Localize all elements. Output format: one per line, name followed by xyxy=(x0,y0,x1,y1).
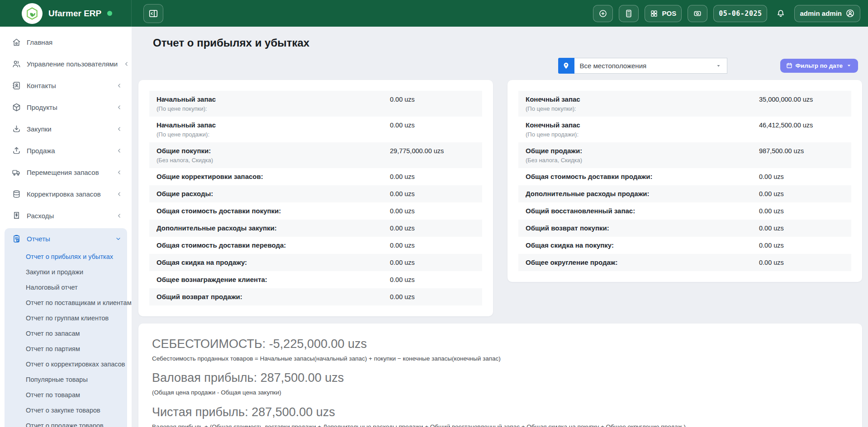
chevron-left-icon xyxy=(116,147,123,154)
sidebar-item[interactable]: Перемещения запасов xyxy=(0,161,132,183)
chevron-left-icon xyxy=(116,191,123,197)
report-row: Общий восстановленный запас:0.00 uzs xyxy=(518,202,851,220)
sidebar-item-reports[interactable]: Отчеты xyxy=(5,228,127,249)
report-row-value: 987,500.00 uzs xyxy=(759,147,848,164)
sidebar-item-label: Продукты xyxy=(27,103,57,111)
calculator-icon xyxy=(624,9,633,18)
report-row: Общее округление продаж:0.00 uzs xyxy=(518,254,851,271)
sidebar-item[interactable]: Контакты xyxy=(0,75,132,96)
date-filter-button[interactable]: Фильтр по дате xyxy=(780,59,858,73)
notifications-button[interactable] xyxy=(773,5,788,22)
sidebar-subitem[interactable]: Отчет о закупке товаров xyxy=(5,403,127,418)
page-title: Отчет о прибылях и убытках xyxy=(153,37,862,49)
sidebar-subitem[interactable]: Отчет о продаже товаров xyxy=(5,418,127,427)
chevron-left-icon xyxy=(116,169,123,176)
pos-button[interactable]: POS xyxy=(645,5,682,22)
sidebar-subitem[interactable]: Отчет о прибылях и убытках xyxy=(5,249,127,264)
quick-add-button[interactable] xyxy=(593,5,613,22)
sidebar-subitem[interactable]: Отчет по запасам xyxy=(5,326,127,341)
purchase-side-card: Начальный запас(По цене покупки):0.00 uz… xyxy=(138,80,493,316)
report-row-value: 0.00 uzs xyxy=(759,207,848,215)
user-menu-button[interactable]: admin admin xyxy=(794,5,860,22)
report-row-label: Конечный запас(По цене покупки): xyxy=(526,95,759,112)
sidebar-item[interactable]: Главная xyxy=(0,31,132,53)
chevron-down-icon xyxy=(115,235,122,242)
report-row: Общие корректировки запасов:0.00 uzs xyxy=(149,168,482,185)
report-row-value: 0.00 uzs xyxy=(759,241,848,249)
date-display[interactable]: 05-06-2025 xyxy=(713,5,767,22)
sidebar-item[interactable]: Корректировка запасов xyxy=(0,183,132,205)
sidebar-item[interactable]: Продукты xyxy=(0,96,132,118)
report-row: Общая стоимость доставки покупки:0.00 uz… xyxy=(149,202,482,220)
sidebar-item[interactable]: Закупки xyxy=(0,118,132,140)
sidebar: ГлавнаяУправление пользователямиКонтакты… xyxy=(0,27,132,427)
sidebar-subitem[interactable]: Отчет по поставщикам и клиентам xyxy=(5,295,127,310)
sidebar-item-label: Главная xyxy=(27,38,52,46)
report-row-value: 0.00 uzs xyxy=(390,258,479,267)
plus-circle-icon xyxy=(598,9,607,18)
sidebar-subitem[interactable]: Отчет по партиям xyxy=(5,341,127,357)
report-row-value: 0.00 uzs xyxy=(759,190,848,198)
report-row: Общий возврат покупки:0.00 uzs xyxy=(518,220,851,237)
expenses-icon xyxy=(12,211,21,221)
sidebar-subitem[interactable]: Закупки и продажи xyxy=(5,264,127,280)
report-row-value: 0.00 uzs xyxy=(759,258,848,267)
report-row-value: 29,775,000.00 uzs xyxy=(390,147,479,164)
sidebar-item[interactable]: Управление пользователями xyxy=(0,53,132,75)
report-row-value: 0.00 uzs xyxy=(759,173,848,181)
location-filter-field: Все местоположения xyxy=(574,58,727,74)
net-profit-heading: Чистая прибыль: 287,500.00 uzs xyxy=(152,405,849,419)
report-row-label: Общая стоимость доставки покупки: xyxy=(157,207,390,215)
report-row: Общие продажи:(Без налога, Скидка)987,50… xyxy=(518,142,851,168)
report-row-value: 0.00 uzs xyxy=(390,95,479,112)
cost-heading: СЕБЕСТОИМОСТЬ: -5,225,000.00 uzs xyxy=(152,337,849,351)
calendar-icon xyxy=(786,62,792,69)
sidebar-item[interactable]: Продажа xyxy=(0,140,132,161)
contacts-icon xyxy=(12,81,21,90)
report-row-label: Общая стоимость доставки перевода: xyxy=(157,241,390,249)
sidebar-subitem[interactable]: Отчет по товарам xyxy=(5,387,127,403)
report-row-value: 0.00 uzs xyxy=(390,293,479,301)
report-row: Дополнительные расходы закупки:0.00 uzs xyxy=(149,220,482,237)
collapse-sidebar-button[interactable] xyxy=(143,4,163,23)
location-filter-select[interactable]: Все местоположения xyxy=(558,58,727,74)
report-row-label: Дополнительные расходы продажи: xyxy=(526,190,759,198)
report-row: Общая стоимость доставки продажи:0.00 uz… xyxy=(518,168,851,185)
report-row: Общий возврат продажи:0.00 uzs xyxy=(149,288,482,305)
gross-profit-heading: Валовая прибыль: 287,500.00 uzs xyxy=(152,371,849,385)
sidebar-item[interactable]: Расходы xyxy=(0,205,132,226)
report-row-label: Общий возврат продажи: xyxy=(157,293,390,301)
reports-icon xyxy=(12,234,21,244)
cash-register-button[interactable] xyxy=(688,5,707,22)
report-row-value: 35,000,000.00 uzs xyxy=(759,95,848,112)
report-row-label: Общий восстановленный запас: xyxy=(526,207,759,215)
stock-transfer-icon xyxy=(12,168,21,177)
location-filter-value: Все местоположения xyxy=(580,62,647,70)
caret-down-icon xyxy=(716,63,721,69)
sidebar-subitem[interactable]: Отчет о корректировках запасов xyxy=(5,357,127,372)
top-bar: Ufarmer ERP POS 05-06-2025 xyxy=(0,0,868,27)
sidebar-subitem[interactable]: Популярные товары xyxy=(5,372,127,387)
report-row: Общая скидка на покупку:0.00 uzs xyxy=(518,237,851,254)
chevron-left-icon xyxy=(116,212,123,219)
sidebar-item-label: Перемещения запасов xyxy=(27,169,99,176)
reports-submenu: Отчет о прибылях и убыткахЗакупки и прод… xyxy=(5,249,127,427)
chevron-left-icon xyxy=(116,82,123,89)
cash-register-icon xyxy=(693,9,702,18)
grid-icon xyxy=(650,9,658,18)
sidebar-panel-icon xyxy=(148,9,158,19)
report-row-value: 0.00 uzs xyxy=(390,207,479,215)
brand[interactable]: Ufarmer ERP xyxy=(0,0,132,27)
report-row-label: Дополнительные расходы закупки: xyxy=(157,224,390,232)
calculator-button[interactable] xyxy=(619,5,639,22)
sidebar-nav: ГлавнаяУправление пользователямиКонтакты… xyxy=(0,31,132,226)
report-row-value: 0.00 uzs xyxy=(390,190,479,198)
sales-icon xyxy=(12,146,21,155)
report-row: Общая стоимость доставки перевода:0.00 u… xyxy=(149,237,482,254)
sidebar-subitem[interactable]: Налоговый отчет xyxy=(5,280,127,295)
sidebar-item-label: Расходы xyxy=(27,212,54,220)
date-filter-label: Фильтр по дате xyxy=(796,62,843,69)
sidebar-subitem[interactable]: Отчет по группам клиентов xyxy=(5,310,127,326)
summary-card: СЕБЕСТОИМОСТЬ: -5,225,000.00 uzs Себесто… xyxy=(138,324,862,427)
location-pin-icon xyxy=(562,62,570,70)
